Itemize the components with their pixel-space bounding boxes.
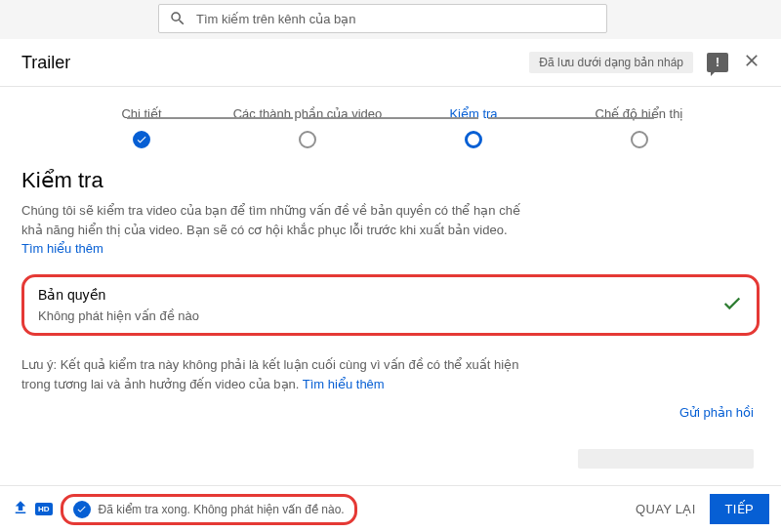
description-text: Chúng tôi sẽ kiểm tra video của bạn để t…: [21, 203, 520, 237]
checkmark-icon: [721, 293, 743, 317]
copyright-status: Không phát hiện vấn đề nào: [38, 308, 199, 323]
header-actions: Đã lưu dưới dạng bản nháp !: [529, 51, 761, 74]
stepper-line: [303, 117, 478, 119]
step-details[interactable]: Chi tiết: [59, 106, 225, 148]
next-button[interactable]: TIẾP: [710, 494, 769, 524]
status-check-icon: [73, 501, 91, 518]
checks-content: Kiểm tra Chúng tôi sẽ kiểm tra video của…: [0, 148, 781, 532]
copyright-title: Bản quyền: [38, 287, 199, 303]
status-text: Đã kiểm tra xong. Không phát hiện vấn đề…: [99, 503, 345, 516]
dialog-header: Trailer Đã lưu dưới dạng bản nháp !: [0, 39, 781, 87]
step-visibility[interactable]: Chế độ hiển thị: [556, 106, 722, 148]
stepper-line: [127, 117, 293, 119]
stepper: Chi tiết Các thành phần của video Kiểm t…: [0, 87, 781, 148]
close-icon: [742, 51, 761, 70]
back-button[interactable]: QUAY LẠI: [622, 494, 710, 524]
disclaimer-note: Lưu ý: Kết quả kiểm tra này không phải l…: [21, 355, 529, 396]
search-input[interactable]: Tìm kiếm trên kênh của bạn: [158, 4, 607, 33]
send-feedback-link[interactable]: Gửi phản hồi: [679, 405, 754, 420]
section-title: Kiểm tra: [21, 168, 760, 193]
upload-icon: [12, 499, 29, 520]
footer-status-icons: HD: [12, 499, 53, 520]
close-button[interactable]: [742, 51, 761, 74]
step-dot: [631, 131, 648, 148]
stepper-line: [488, 117, 654, 119]
step-dot-done: [133, 131, 150, 148]
draft-status-badge: Đã lưu dưới dạng bản nháp: [529, 52, 693, 73]
send-feedback-row: Gửi phản hồi: [21, 405, 760, 420]
dialog-title: Trailer: [21, 53, 70, 73]
learn-more-link[interactable]: Tìm hiểu thêm: [21, 241, 103, 256]
step-video-elements[interactable]: Các thành phần của video: [225, 106, 390, 148]
step-dot: [299, 131, 316, 148]
copyright-info: Bản quyền Không phát hiện vấn đề nào: [38, 287, 199, 323]
hd-badge: HD: [35, 503, 53, 515]
dialog-footer: HD Đã kiểm tra xong. Không phát hiện vấn…: [0, 485, 781, 532]
note-learn-more-link[interactable]: Tìm hiểu thêm: [303, 377, 385, 391]
loading-skeleton: [578, 449, 754, 469]
search-placeholder: Tìm kiếm trên kênh của bạn: [196, 12, 355, 26]
upload-dialog: Trailer Đã lưu dưới dạng bản nháp ! Chi …: [0, 39, 781, 532]
copyright-check-row: Bản quyền Không phát hiện vấn đề nào: [21, 274, 760, 336]
note-text: Lưu ý: Kết quả kiểm tra này không phải l…: [21, 357, 518, 392]
section-description: Chúng tôi sẽ kiểm tra video của bạn để t…: [21, 201, 529, 259]
checks-status-pill: Đã kiểm tra xong. Không phát hiện vấn đề…: [61, 494, 357, 525]
feedback-icon[interactable]: !: [707, 53, 728, 72]
step-dot-active: [465, 131, 482, 148]
step-checks[interactable]: Kiểm tra: [390, 106, 556, 148]
search-icon: [169, 10, 186, 27]
